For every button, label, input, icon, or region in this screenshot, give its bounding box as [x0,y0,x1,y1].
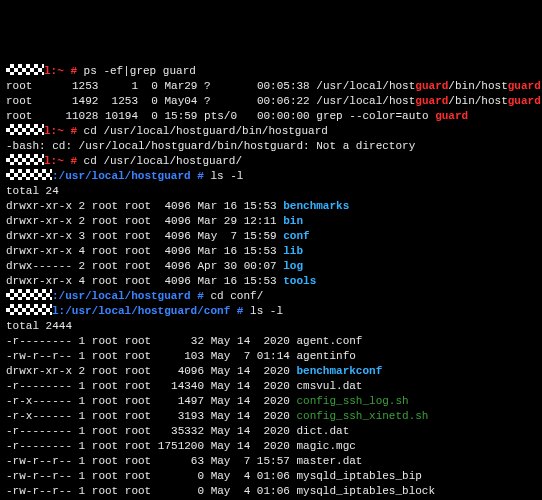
dir-entry: conf [283,230,309,242]
terminal-line: -r-x------ 1 root root 3193 May 14 2020 … [6,409,536,424]
redacted-hostname [6,304,52,315]
terminal-line: l:/usr/local/hostguard/conf # ls -l [6,304,536,319]
terminal-line: -r-------- 1 root root 32 May 14 2020 ag… [6,334,536,349]
redacted-hostname [6,154,44,165]
prompt-path: l:/usr/local/hostguard/conf # [52,305,250,317]
terminal-line: -rw-r--r-- 1 root root 0 May 4 01:06 mys… [6,484,536,499]
file-entry: dict.dat [296,425,349,437]
prompt-path: :/usr/local/hostguard # [52,170,210,182]
terminal-line: total 2444 [6,319,536,334]
terminal-line: :/usr/local/hostguard # ls -l [6,169,536,184]
file-entry: mysqld_iptables_block [296,485,435,497]
dir-entry: benchmarks [283,200,349,212]
dir-entry: tools [283,275,316,287]
terminal-line: drwx------ 2 root root 4096 Apr 30 00:07… [6,259,536,274]
file-entry: mysqld_iptables_bip [296,470,421,482]
terminal-line: -r-------- 1 root root 35332 May 14 2020… [6,424,536,439]
prompt-path: :/usr/local/hostguard # [52,290,210,302]
terminal-line: root 1253 1 0 Mar29 ? 00:05:38 /usr/loca… [6,79,536,94]
error-message: -bash: cd: /usr/local/hostguard/bin/host… [6,140,415,152]
redacted-hostname [6,169,52,180]
prompt: l:~ # [44,65,84,77]
file-entry: cmsvul.dat [296,380,362,392]
redacted-hostname [6,124,44,135]
terminal-line: drwxr-xr-x 4 root root 4096 Mar 16 15:53… [6,244,536,259]
file-entry: config_ssh_xinetd.sh [296,410,428,422]
dir-entry: lib [283,245,303,257]
terminal-line: l:~ # ps -ef|grep guard [6,64,536,79]
terminal-line: l:~ # cd /usr/local/hostguard/ [6,154,536,169]
terminal-line: -r-------- 1 root root 14340 May 14 2020… [6,379,536,394]
terminal-line: root 1492 1253 0 May04 ? 00:06:22 /usr/l… [6,94,536,109]
command[interactable]: ls -l [250,305,283,317]
file-entry: config_ssh_log.sh [296,395,408,407]
terminal-line: -rw-r--r-- 1 root root 63 May 7 15:57 ma… [6,454,536,469]
redacted-hostname [6,289,52,300]
terminal-line: -bash: cd: /usr/local/hostguard/bin/host… [6,139,536,154]
terminal-line: -r-------- 1 root root 1751200 May 14 20… [6,439,536,454]
prompt: l:~ # [44,155,84,167]
redacted-hostname [6,64,44,75]
dir-entry: log [283,260,303,272]
terminal-line: root 11028 10194 0 15:59 pts/0 00:00:00 … [6,109,536,124]
command[interactable]: ps -ef|grep guard [84,65,196,77]
file-entry: agent.conf [296,335,362,347]
terminal-line: total 24 [6,184,536,199]
command[interactable]: ls -l [210,170,243,182]
command[interactable]: cd /usr/local/hostguard/bin/hostguard [84,125,328,137]
file-entry: magic.mgc [296,440,355,452]
file-entry: benchmarkconf [296,365,382,377]
terminal-line: drwxr-xr-x 2 root root 4096 Mar 16 15:53… [6,199,536,214]
terminal-line: -rw-r--r-- 1 root root 0 May 4 01:06 mys… [6,469,536,484]
terminal-line: l:~ # cd /usr/local/hostguard/bin/hostgu… [6,124,536,139]
command[interactable]: cd conf/ [210,290,263,302]
terminal-output[interactable]: l:~ # ps -ef|grep guardroot 1253 1 0 Mar… [6,64,536,500]
file-entry: agentinfo [296,350,355,362]
dir-entry: bin [283,215,303,227]
prompt: l:~ # [44,125,84,137]
command[interactable]: cd /usr/local/hostguard/ [84,155,242,167]
terminal-line: drwxr-xr-x 2 root root 4096 Mar 29 12:11… [6,214,536,229]
terminal-line: drwxr-xr-x 2 root root 4096 May 14 2020 … [6,364,536,379]
terminal-line: -r-x------ 1 root root 1497 May 14 2020 … [6,394,536,409]
terminal-line: drwxr-xr-x 4 root root 4096 Mar 16 15:53… [6,274,536,289]
terminal-line: -rw-r--r-- 1 root root 103 May 7 01:14 a… [6,349,536,364]
terminal-line: drwxr-xr-x 3 root root 4096 May 7 15:59 … [6,229,536,244]
terminal-line: :/usr/local/hostguard # cd conf/ [6,289,536,304]
file-entry: master.dat [296,455,362,467]
